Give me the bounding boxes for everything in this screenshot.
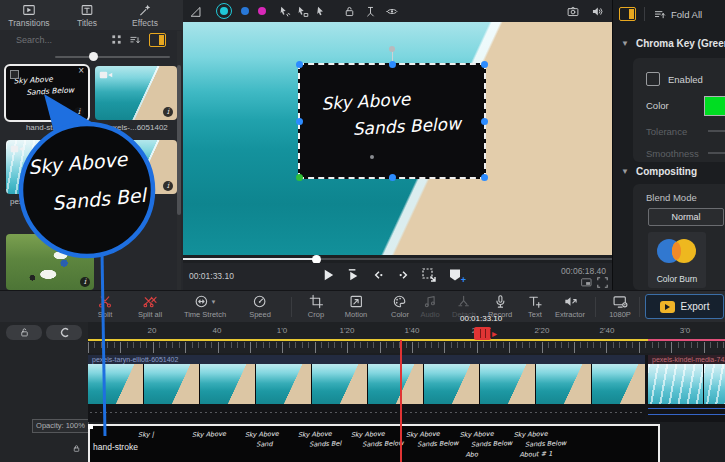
fold-all-button[interactable]: Fold All [671, 9, 702, 20]
video-canvas[interactable]: Sky Above Sands Below [183, 22, 612, 255]
speaker-icon[interactable] [590, 5, 604, 18]
media-item-pexels-beach2[interactable]: i [95, 140, 177, 194]
close-icon[interactable]: × [78, 66, 84, 76]
thumb-checkbox[interactable] [10, 70, 19, 79]
resize-handle-top[interactable] [389, 61, 396, 68]
video-clip-2[interactable]: pexels-kindel-media-742133 [648, 355, 725, 422]
lock-icon[interactable] [343, 5, 356, 18]
snapshot-camera-icon[interactable] [566, 5, 580, 18]
scrollbar-thumb[interactable] [177, 65, 181, 215]
palette-icon [393, 294, 408, 309]
info-icon[interactable]: i [163, 181, 173, 191]
cursor-box-icon[interactable] [296, 5, 309, 18]
resize-handle-left[interactable] [296, 118, 303, 125]
resize-handle-right[interactable] [481, 118, 488, 125]
thumbnail-size-slider[interactable] [55, 52, 170, 62]
text-track-hand-stroke[interactable]: hand-stroke Sky | Sky Above Sky AboveSan… [88, 424, 660, 462]
section-title: Chroma Key (Green Screen [636, 38, 725, 49]
playhead-line[interactable] [400, 340, 402, 462]
blue-color-dot[interactable] [241, 7, 249, 15]
selection-handle[interactable] [88, 424, 93, 429]
cursor-select-icon[interactable] [314, 5, 327, 18]
snapshot-frame-button[interactable] [421, 267, 437, 283]
video-clip-1[interactable]: pexels-taryn-elliott-6051402 [88, 355, 645, 422]
magnet-snap-button[interactable] [46, 325, 82, 340]
compositing-section-header[interactable]: ▼ Compositing [621, 166, 697, 177]
tab-label: Titles [77, 18, 97, 28]
info-icon[interactable]: i [163, 107, 173, 117]
play-button[interactable] [321, 267, 336, 283]
media-item-pexels-beach[interactable]: i [95, 66, 177, 120]
tab-transitions[interactable]: Transitions [0, 0, 58, 30]
rotation-handle[interactable] [389, 46, 395, 52]
resize-handle-bottom[interactable] [389, 174, 396, 181]
search-input[interactable] [14, 34, 104, 46]
tolerance-slider[interactable] [708, 130, 725, 132]
save-frame-button[interactable]: + [447, 267, 463, 283]
tool-color[interactable]: Color [391, 294, 409, 319]
sort-icon[interactable] [129, 34, 141, 46]
tab-label: Effects [132, 18, 158, 28]
audio-dash-line [90, 412, 643, 413]
timeline-corner-lock-icon[interactable] [72, 444, 81, 453]
eye-icon[interactable] [385, 5, 399, 18]
media-item-grass[interactable]: i [6, 234, 94, 290]
text-cue: Sky Above [192, 428, 250, 440]
info-icon[interactable]: i [74, 107, 84, 117]
tool-resolution[interactable]: 1080P [609, 294, 631, 319]
chroma-color-swatch[interactable] [704, 96, 725, 116]
media-item-hand-stroke[interactable]: Sky Above Sands Below × i [6, 66, 88, 120]
tool-split[interactable]: Split [98, 294, 113, 319]
clip-audio-strip [648, 404, 725, 422]
chroma-section-header[interactable]: ▼ Chroma Key (Green Screen [621, 38, 725, 49]
resize-handle-tl[interactable] [296, 61, 303, 68]
timeline-ruler[interactable]: 20 40 1'0 1'20 1'40 2'0 2'20 2'40 3'0 00… [88, 322, 725, 353]
magenta-color-dot[interactable] [258, 7, 266, 15]
tool-text[interactable]: Text [528, 294, 543, 319]
text-overlay-box[interactable]: Sky Above Sands Below [298, 63, 486, 179]
next-frame-button[interactable] [396, 267, 411, 283]
tab-titles[interactable]: Titles [58, 0, 116, 30]
playhead-marker[interactable] [474, 327, 491, 340]
tolerance-row: Tolerance [646, 126, 687, 137]
cursor-star-icon[interactable] [278, 5, 291, 18]
resize-handle-tr[interactable] [481, 61, 488, 68]
track-lock-button[interactable] [6, 325, 42, 340]
grid-view-icon[interactable] [111, 34, 122, 45]
color-row: Color [646, 100, 669, 111]
pip-icon[interactable] [581, 278, 592, 287]
tool-motion[interactable]: Motion [345, 294, 368, 319]
transitions-icon [22, 3, 36, 17]
tool-speed[interactable]: Speed [249, 294, 271, 319]
divider [644, 7, 645, 21]
cyan-color-dot-selected[interactable] [216, 3, 232, 19]
blend-mode-dropdown[interactable]: Normal [648, 208, 724, 226]
monitor-gear-icon [612, 294, 628, 309]
resize-handle-br[interactable] [481, 174, 488, 181]
preview-seekbar[interactable] [183, 255, 612, 263]
play-from-start-button[interactable] [346, 267, 361, 283]
export-button[interactable]: Export [645, 294, 724, 319]
tool-split-all[interactable]: Split all [138, 294, 162, 319]
ruler-icon[interactable] [189, 5, 202, 18]
panel-toggle-icon[interactable] [619, 7, 636, 21]
media-item-pexels-wave[interactable] [6, 140, 88, 194]
tool-crop[interactable]: Crop [308, 294, 324, 319]
opacity-control[interactable]: Opacity: 100% [32, 419, 89, 433]
resize-handle-bl[interactable] [296, 174, 303, 181]
microphone-icon [493, 294, 508, 309]
slider-handle[interactable] [89, 52, 98, 61]
smoothness-slider[interactable] [708, 152, 725, 154]
tool-time-stretch[interactable]: ▼ Time Stretch [184, 294, 226, 319]
enabled-checkbox[interactable] [646, 72, 660, 86]
tool-extractor[interactable]: Extractor [555, 294, 585, 319]
panel-toggle-icon[interactable] [149, 33, 166, 47]
tab-effects[interactable]: Effects [116, 0, 174, 30]
fullscreen-icon[interactable] [597, 277, 608, 288]
stand-icon[interactable] [364, 5, 377, 18]
preview-controls-bar: 00:01:33.10 00:06:18.40 + [183, 263, 612, 290]
blend-card-color-burn[interactable]: Color Burn [648, 232, 706, 288]
library-search-row [0, 31, 183, 48]
previous-frame-button[interactable] [371, 267, 386, 283]
info-icon[interactable]: i [80, 277, 90, 287]
